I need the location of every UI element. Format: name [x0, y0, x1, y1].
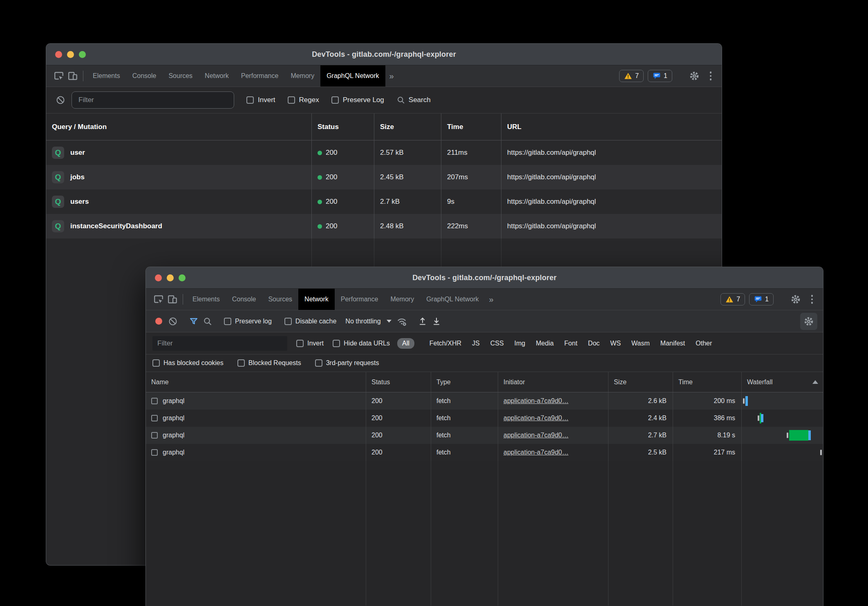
type-filter-css[interactable]: CSS [490, 340, 504, 347]
type-filter-js[interactable]: JS [472, 340, 480, 347]
checkbox[interactable] [237, 359, 245, 367]
request-row[interactable]: graphql 200 fetch application-a7ca9d0… 2… [146, 444, 823, 461]
checkbox[interactable] [315, 359, 322, 367]
filter-input[interactable] [72, 91, 234, 109]
record-icon[interactable] [155, 318, 162, 325]
warnings-badge[interactable]: 7 [619, 70, 644, 82]
close-button[interactable] [55, 51, 62, 58]
settings-gear-icon[interactable] [687, 71, 701, 81]
checkbox[interactable] [151, 415, 158, 421]
header-waterfall[interactable]: Waterfall [741, 372, 823, 392]
kebab-menu-icon[interactable] [705, 71, 716, 80]
header-size[interactable]: Size [608, 372, 673, 392]
table-row[interactable]: Q users 200 2.7 kB 9s https://gitlab.com… [46, 189, 722, 214]
header-name[interactable]: Name [146, 372, 366, 392]
kebab-menu-icon[interactable] [807, 295, 817, 304]
issues-badge[interactable]: 1 [749, 293, 774, 305]
titlebar[interactable]: DevTools - gitlab.com/-/graphql-explorer [146, 267, 823, 289]
preserve-log-checkbox-group[interactable]: Preserve log [224, 318, 272, 325]
tab-console[interactable]: Console [126, 65, 163, 87]
filter-funnel-icon[interactable] [187, 316, 201, 326]
checkbox[interactable] [151, 398, 158, 404]
initiator-link[interactable]: application-a7ca9d0… [503, 414, 568, 422]
checkbox[interactable] [152, 359, 160, 367]
regex-checkbox-group[interactable]: Regex [288, 96, 319, 104]
type-filter-manifest[interactable]: Manifest [660, 340, 685, 347]
type-filter-img[interactable]: Img [515, 340, 526, 347]
header-type[interactable]: Type [431, 372, 498, 392]
has-blocked-cookies-checkbox-group[interactable]: Has blocked cookies [152, 359, 224, 367]
network-settings-button[interactable] [800, 313, 817, 330]
header-time[interactable]: Time [441, 114, 501, 140]
checkbox[interactable] [288, 96, 295, 104]
checkbox[interactable] [284, 318, 292, 325]
checkbox[interactable] [224, 318, 231, 325]
tab-memory[interactable]: Memory [284, 65, 320, 87]
type-filter-fetch-xhr[interactable]: Fetch/XHR [430, 340, 461, 347]
close-button[interactable] [155, 274, 162, 281]
checkbox[interactable] [246, 96, 254, 104]
tab-elements[interactable]: Elements [87, 65, 126, 87]
checkbox[interactable] [333, 340, 340, 347]
preserve-log-checkbox-group[interactable]: Preserve Log [331, 96, 384, 104]
titlebar[interactable]: DevTools - gitlab.com/-/graphql-explorer [46, 44, 722, 65]
header-size[interactable]: Size [374, 114, 441, 140]
type-filter-font[interactable]: Font [564, 340, 577, 347]
header-status[interactable]: Status [366, 372, 431, 392]
type-filter-wasm[interactable]: Wasm [631, 340, 650, 347]
tab-performance[interactable]: Performance [235, 65, 285, 87]
throttling-select[interactable]: No throttling [345, 318, 391, 325]
request-row[interactable]: graphql 200 fetch application-a7ca9d0… 2… [146, 427, 823, 444]
tab-graphql-network[interactable]: GraphQL Network [320, 65, 385, 87]
tab-graphql-network[interactable]: GraphQL Network [420, 289, 485, 310]
issues-badge[interactable]: 1 [648, 70, 672, 82]
warnings-badge[interactable]: 7 [720, 293, 745, 305]
header-status[interactable]: Status [311, 114, 374, 140]
maximize-button[interactable] [79, 51, 86, 58]
header-time[interactable]: Time [673, 372, 741, 392]
inspect-element-icon[interactable] [152, 289, 166, 310]
device-toolbar-icon[interactable] [66, 65, 80, 87]
more-tabs-chevron-icon[interactable]: » [385, 65, 398, 87]
import-har-icon[interactable] [416, 316, 430, 326]
inspect-element-icon[interactable] [52, 65, 66, 87]
checkbox[interactable] [151, 449, 158, 456]
blocked-requests-checkbox-group[interactable]: Blocked Requests [237, 359, 301, 367]
search-group[interactable]: Search [396, 96, 431, 105]
minimize-button[interactable] [167, 274, 174, 281]
type-filter-all[interactable]: All [397, 338, 414, 349]
tab-memory[interactable]: Memory [384, 289, 420, 310]
table-row[interactable]: Q user 200 2.57 kB 211ms https://gitlab.… [46, 140, 722, 165]
invert-checkbox-group[interactable]: Invert [296, 340, 324, 347]
request-row[interactable]: graphql 200 fetch application-a7ca9d0… 2… [146, 392, 823, 410]
maximize-button[interactable] [179, 274, 186, 281]
table-row[interactable]: Q instanceSecurityDashboard 200 2.48 kB … [46, 214, 722, 238]
type-filter-media[interactable]: Media [536, 340, 554, 347]
clear-icon[interactable] [166, 316, 180, 326]
checkbox[interactable] [151, 432, 158, 439]
initiator-link[interactable]: application-a7ca9d0… [503, 432, 568, 439]
tab-sources[interactable]: Sources [262, 289, 298, 310]
export-har-icon[interactable] [430, 316, 443, 326]
settings-gear-icon[interactable] [789, 294, 803, 305]
tab-network[interactable]: Network [199, 65, 235, 87]
checkbox[interactable] [296, 340, 304, 347]
invert-checkbox-group[interactable]: Invert [246, 96, 275, 104]
type-filter-other[interactable]: Other [696, 340, 712, 347]
third-party-requests-checkbox-group[interactable]: 3rd-party requests [315, 359, 379, 367]
tab-performance[interactable]: Performance [335, 289, 385, 310]
more-tabs-chevron-icon[interactable]: » [485, 289, 498, 310]
type-filter-ws[interactable]: WS [610, 340, 621, 347]
tab-console[interactable]: Console [226, 289, 262, 310]
network-conditions-icon[interactable] [395, 316, 409, 327]
minimize-button[interactable] [67, 51, 74, 58]
tab-sources[interactable]: Sources [162, 65, 199, 87]
type-filter-doc[interactable]: Doc [588, 340, 600, 347]
table-row[interactable]: Q jobs 200 2.45 kB 207ms https://gitlab.… [46, 165, 722, 189]
checkbox[interactable] [331, 96, 339, 104]
initiator-link[interactable]: application-a7ca9d0… [503, 397, 568, 405]
hide-data-urls-checkbox-group[interactable]: Hide data URLs [333, 340, 390, 347]
header-url[interactable]: URL [501, 114, 722, 140]
device-toolbar-icon[interactable] [166, 289, 179, 310]
tab-network[interactable]: Network [298, 289, 335, 310]
